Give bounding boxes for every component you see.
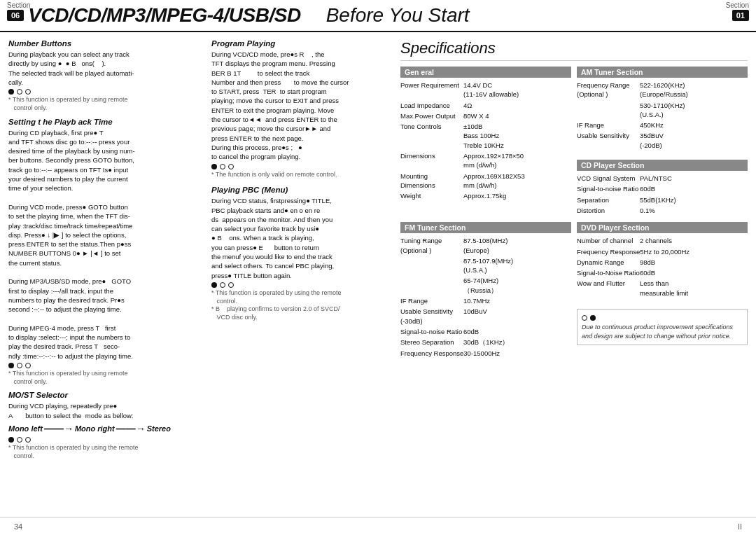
specs-row-mount: MountingDimensions Approx.169X182X53mm (… (400, 172, 571, 190)
bullet-empty-6 (25, 437, 31, 443)
specs-value-power-output: 80W X 4 (463, 111, 571, 120)
specs-label-weight: Weight (400, 191, 463, 200)
specs-label-am-sensitivity: Usable Sensitivity (577, 131, 640, 150)
specs-value-tone: ±10dBBass 100HzTreble 10KHz (463, 122, 571, 150)
bullet-empty-9 (220, 282, 225, 288)
specs-label-dvd-snr: Signal-to-Noise Ratio (577, 268, 640, 277)
notice-bullets (582, 315, 743, 321)
specs-label-vcd-signal: VCD Signal System (577, 174, 640, 183)
bullet-empty-10 (228, 282, 234, 288)
specs-label-separation: Separation (577, 195, 640, 204)
specs-label-fm-if: IF Range (400, 296, 463, 305)
bullet-empty-1 (17, 89, 22, 95)
general-section: Gen eral Power Requirement 14.4V DC(11-1… (400, 67, 571, 216)
bullet-filled-3 (8, 437, 14, 443)
specs-label-power-output: Max.Power Output (400, 111, 463, 120)
specs-value-am-sensitivity: 35dBuV(-20dB) (640, 131, 748, 150)
bullet-empty-3 (17, 363, 22, 368)
specs-row-fm-range2: 87.5-107.9(MHz)(U.S.A.) (400, 256, 571, 275)
notice-bullet-empty (582, 315, 587, 321)
section-label-left: Section (7, 1, 30, 9)
specs-value-vcd-signal: PAL/NTSC (640, 174, 748, 183)
specs-label-fm-freq: Frequency Response (400, 349, 463, 358)
specs-row-am-freq2: 530-1710(KHz)(U.S.A.) (577, 101, 748, 120)
specs-value-am-if: 450KHz (640, 120, 748, 130)
most-selector-title: MO/ST Selector (8, 391, 204, 399)
page-header: Section 06 VCD/CD/MP3/MPEG-4/USB/SD Befo… (0, 0, 756, 32)
specs-label-dynamic: Dynamic Range (577, 258, 640, 267)
specs-label-am-if: IF Range (577, 120, 640, 130)
pbc-bullets (211, 282, 393, 288)
specs-row-power-output: Max.Power Output 80W X 4 (400, 111, 571, 120)
header-right: 01 (732, 11, 749, 20)
specs-row-fm-if: IF Range 10.7MHz (400, 296, 571, 305)
section-badge-left: 06 (7, 10, 24, 21)
specs-label-mount: MountingDimensions (400, 172, 463, 190)
specs-value-power: 14.4V DC(11-16V allowable) (463, 81, 571, 99)
most-bullets (8, 437, 204, 443)
number-buttons-body: During playback you can select any track… (8, 50, 204, 87)
specs-value-distortion: 0.1% (640, 206, 748, 215)
specs-value-wow: Less thanmeasurable limit (640, 279, 748, 298)
specs-label-tone: Tone Controls (400, 122, 463, 150)
notice-text: Due to continuous product improvement sp… (582, 324, 733, 340)
most-selector-section: MO/ST Selector During VCD playing, repea… (8, 391, 204, 460)
specs-label-fm-sensitivity: Usable Sensitivity(-30dB) (400, 307, 463, 326)
specs-row-dynamic: Dynamic Range 98dB (577, 258, 748, 267)
specs-label-fm-range2 (400, 256, 463, 275)
specs-row-weight: Weight Approx.1.75kg (400, 191, 571, 200)
section-label-right: Section (726, 1, 749, 9)
dvd-player-section: DVD Player Section Number of channel 2 c… (577, 222, 748, 359)
specs-grid: Gen eral Power Requirement 14.4V DC(11-1… (400, 67, 748, 359)
specs-label-impedance: Load Impedance (400, 101, 463, 110)
header-subtitle: Before You Start (326, 4, 470, 27)
page-num-left: 34 (14, 522, 22, 531)
pbc-menu-body: During VCD status, firstpressing● TITLE,… (211, 196, 393, 280)
specs-row-fm-range3: 65-74(MHz)（Russia） (400, 276, 571, 295)
most-note: * This function is operated by using the… (8, 444, 204, 460)
specs-row-distortion: Distortion 0.1% (577, 206, 748, 215)
specs-row-fm-freq: Frequency Response 30-15000Hz (400, 349, 571, 358)
specs-title: Specifications (400, 39, 748, 61)
page-footer: 34 II (0, 517, 756, 535)
specs-value-impedance: 4Ω (463, 101, 571, 110)
middle-column: Program Playing During VCD/CD mode, pre●… (211, 39, 393, 513)
specs-row-wow: Wow and Flutter Less thanmeasurable limi… (577, 279, 748, 298)
specs-label-cd-snr: Signal-to-noise Ratio (577, 184, 640, 193)
bullet-filled-1 (8, 89, 14, 95)
specs-label-wow: Wow and Flutter (577, 279, 640, 298)
header-title: VCD/CD/MP3/MPEG-4/USB/SD (28, 4, 300, 27)
specs-value-mount: Approx.169X182X53mm (d/w/h) (463, 172, 571, 190)
page-content: Number Buttons During playback you can s… (0, 32, 756, 517)
specs-row-am-sensitivity: Usable Sensitivity 35dBuV(-20dB) (577, 131, 748, 150)
specs-value-dvd-freq: 5Hz to 20,000Hz (640, 247, 748, 256)
fm-tuner-header: FM Tuner Section (400, 222, 571, 233)
specs-value-fm-sensitivity: 10dBuV (463, 307, 571, 326)
setting-playback-title: Setting t he Playb ack Time (8, 118, 204, 126)
specs-value-am-freq: 522-1620(KHz)(Europe/Russia) (640, 81, 748, 99)
page-num-right: II (738, 522, 742, 531)
specs-row-cd-snr: Signal-to-noise Ratio 60dB (577, 184, 748, 193)
specs-row-am-freq: Frequency Range(Optional ) 522-1620(KHz)… (577, 81, 748, 99)
specs-value-dim: Approx.192×178×50mm (d/w/h) (463, 151, 571, 170)
specs-label-am-freq2 (577, 101, 640, 120)
specs-value-channels: 2 channels (640, 236, 748, 245)
bullet-empty-5 (17, 437, 22, 443)
cd-player-header: CD Player Section (577, 160, 748, 171)
number-buttons-section: Number Buttons During playback you can s… (8, 39, 204, 113)
specs-label-stereo-sep: Stereo Separation (400, 338, 463, 347)
general-header: Gen eral (400, 67, 571, 78)
specs-row-tone: Tone Controls ±10dBBass 100HzTreble 10KH… (400, 122, 571, 150)
specs-row-separation: Separation 55dB(1KHz) (577, 195, 748, 204)
section-badge-right: 01 (732, 10, 749, 21)
bullet-filled-2 (8, 363, 14, 368)
pbc-menu-title: Playing PBC (Menu) (211, 186, 393, 194)
specs-label-power: Power Requirement (400, 81, 463, 99)
specs-value-dynamic: 98dB (640, 258, 748, 267)
program-note: * The function is only valid on remote c… (211, 171, 393, 179)
specs-row-power: Power Requirement 14.4V DC(11-16V allowa… (400, 81, 571, 99)
cd-player-section: CD Player Section VCD Signal System PAL/… (577, 160, 748, 215)
specs-value-separation: 55dB(1KHz) (640, 195, 748, 204)
specs-label-fm-range3 (400, 276, 463, 295)
program-bullets (211, 164, 393, 169)
